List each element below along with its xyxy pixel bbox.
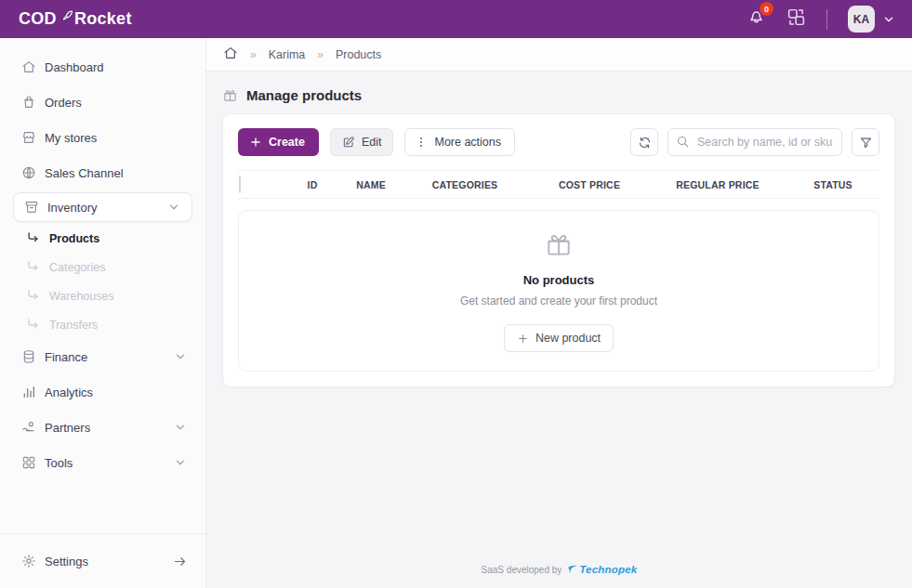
sidebar-subitem-warehouses[interactable]: Warehouses	[0, 281, 205, 310]
search-box	[667, 128, 842, 156]
home-icon	[223, 46, 238, 64]
page-footer: SaaS developed by Technopek	[206, 564, 912, 575]
hand-coin-icon	[20, 420, 36, 435]
gear-icon	[20, 554, 36, 568]
chevron-down-icon	[167, 201, 180, 214]
storefront-icon	[20, 130, 36, 145]
sidebar-item-settings[interactable]: Settings	[0, 543, 205, 579]
top-bar-actions: 0 KA	[747, 6, 895, 33]
column-header-status: STATUS	[786, 179, 879, 190]
sidebar-subitem-label: Products	[49, 232, 99, 245]
toolbar-right	[630, 128, 879, 156]
chevron-down-icon	[174, 421, 187, 434]
sidebar-item-label: Tools	[45, 456, 73, 470]
new-product-button-label: New product	[535, 332, 601, 345]
logo-text-cod: COD	[19, 9, 57, 29]
content: Manage products Create	[206, 72, 912, 588]
pencil-square-icon	[342, 136, 355, 149]
arrow-right-icon	[173, 555, 187, 568]
sidebar-item-label: Finance	[45, 350, 87, 364]
new-product-button[interactable]: New product	[504, 324, 614, 352]
notifications-button[interactable]: 0	[747, 7, 766, 31]
breadcrumb: » Karima » Products	[206, 38, 912, 72]
empty-state-title: No products	[523, 273, 595, 287]
technopek-brand-text: Technopek	[579, 564, 637, 575]
table-header: ID NAME CATEGORIES COST PRICE REGULAR PR…	[238, 170, 879, 199]
sidebar-item-dashboard[interactable]: Dashboard	[0, 49, 205, 85]
refresh-button[interactable]	[630, 128, 658, 156]
sidebar-item-label: My stores	[45, 131, 97, 145]
technopek-link[interactable]: Technopek	[567, 564, 637, 575]
sidebar-subitem-label: Warehouses	[49, 290, 114, 303]
sidebar-item-analytics[interactable]: Analytics	[0, 374, 205, 410]
sidebar-item-label: Partners	[45, 421, 90, 435]
column-header-categories: CATEGORIES	[400, 179, 530, 190]
empty-state-subtitle: Get started and create your first produc…	[460, 294, 657, 307]
dots-vertical-icon	[415, 136, 428, 149]
language-switcher-button[interactable]	[786, 7, 806, 31]
corner-down-right-icon	[26, 260, 40, 274]
shopping-bag-icon	[20, 95, 36, 110]
chevron-down-icon	[882, 13, 895, 26]
chevron-down-icon	[174, 456, 187, 469]
breadcrumb-home[interactable]	[223, 46, 238, 64]
column-header-name: NAME	[342, 179, 400, 190]
package-icon	[544, 229, 574, 263]
top-bar-divider	[826, 9, 827, 30]
top-bar: COD Rocket 0	[0, 0, 912, 38]
more-actions-button[interactable]: More actions	[404, 128, 515, 156]
main-area: » Karima » Products Manage products	[206, 38, 912, 588]
breadcrumb-separator: »	[317, 48, 324, 61]
sidebar-item-orders[interactable]: Orders	[0, 85, 205, 120]
select-all-checkbox[interactable]	[239, 176, 241, 193]
rocket-icon	[62, 7, 73, 26]
bar-chart-icon	[20, 385, 36, 399]
globe-icon	[20, 165, 36, 180]
sidebar-item-label: Inventory	[47, 201, 97, 215]
plus-icon	[249, 136, 262, 149]
user-menu[interactable]: KA	[848, 6, 895, 33]
corner-down-right-icon	[26, 231, 40, 245]
filter-button[interactable]	[852, 128, 879, 156]
technopek-swoosh-icon	[567, 564, 578, 575]
sidebar-item-my-stores[interactable]: My stores	[0, 120, 205, 155]
sidebar-item-label: Dashboard	[45, 60, 104, 74]
sidebar-item-inventory[interactable]: Inventory	[13, 192, 192, 222]
package-icon	[222, 87, 238, 103]
coins-icon	[20, 349, 36, 364]
sidebar-item-partners[interactable]: Partners	[0, 410, 205, 445]
toolbar: Create Edit More actions	[238, 128, 879, 156]
sidebar-item-sales-channel[interactable]: Sales Channel	[0, 155, 205, 190]
sidebar-item-label: Sales Channel	[45, 166, 124, 180]
plus-icon	[517, 333, 529, 345]
column-header-id: ID	[283, 179, 342, 190]
sidebar-subitem-transfers[interactable]: Transfers	[0, 310, 205, 339]
home-icon	[20, 59, 36, 74]
page-title-text: Manage products	[246, 87, 362, 103]
corner-down-right-icon	[26, 318, 40, 332]
sidebar-subitem-products[interactable]: Products	[0, 224, 205, 253]
sidebar-item-label: Orders	[45, 96, 82, 110]
box-icon	[23, 200, 39, 215]
search-input[interactable]	[667, 128, 842, 156]
avatar: KA	[848, 6, 875, 33]
sidebar-footer: Settings	[0, 533, 205, 588]
sidebar-item-finance[interactable]: Finance	[0, 339, 205, 374]
sidebar-item-label: Analytics	[45, 385, 93, 399]
edit-button[interactable]: Edit	[330, 128, 394, 156]
notification-badge: 0	[760, 2, 773, 16]
sidebar: Dashboard Orders My stores Sales Channel	[0, 38, 206, 588]
app-window: COD Rocket 0	[0, 0, 912, 588]
create-button-label: Create	[269, 136, 305, 149]
create-button[interactable]: Create	[238, 128, 319, 156]
filter-icon	[859, 136, 873, 150]
breadcrumb-item-products[interactable]: Products	[336, 48, 381, 61]
grid-icon	[20, 455, 36, 470]
refresh-icon	[638, 136, 652, 150]
breadcrumb-item-karima[interactable]: Karima	[269, 48, 306, 61]
sidebar-subitem-categories[interactable]: Categories	[0, 253, 205, 281]
app-logo[interactable]: COD Rocket	[19, 7, 132, 32]
footer-text: SaaS developed by	[482, 565, 562, 575]
sidebar-item-tools[interactable]: Tools	[0, 445, 205, 480]
column-header-regular-price: REGULAR PRICE	[649, 179, 786, 190]
